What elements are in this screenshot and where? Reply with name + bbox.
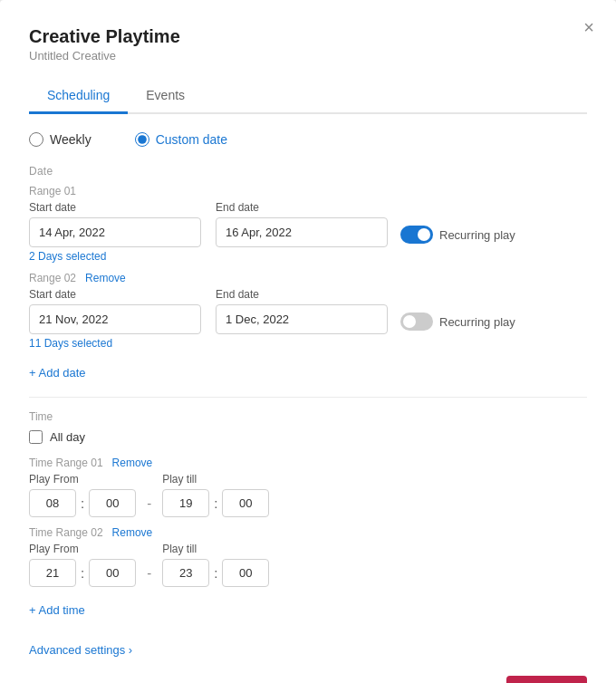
colon-02a: : (78, 565, 87, 581)
add-date-label: + Add date (29, 366, 86, 380)
modal-container: Creative Playtime Untitled Creative × Sc… (0, 0, 616, 683)
recurring-toggle-02[interactable] (400, 313, 433, 331)
close-button[interactable]: × (580, 14, 598, 40)
play-till-label-02: Play till (162, 543, 269, 555)
time-range-02-header: Time Range 02 Remove (29, 526, 587, 539)
radio-weekly[interactable]: Weekly (29, 132, 91, 147)
modal-footer: Cancel Add (0, 658, 616, 683)
play-from-group-02: Play From : (29, 543, 136, 587)
time-dash-01: - (147, 495, 151, 511)
recurring-label-02: Recurring play (439, 315, 515, 329)
toggle-slider-01 (400, 226, 433, 244)
cancel-button[interactable]: Cancel (425, 676, 494, 683)
toggle-group-01: Recurring play (400, 226, 515, 244)
divider (29, 397, 587, 398)
time-range-02-label: Time Range 02 (29, 526, 103, 539)
start-date-group-02: Start date (29, 288, 201, 334)
date-section-label: Date (29, 165, 587, 178)
range-02-label: Range 02 (29, 272, 76, 284)
play-till-fields-02: : (162, 559, 269, 587)
radio-group: Weekly Custom date (29, 132, 587, 147)
play-till-h-01[interactable] (162, 489, 209, 517)
time-range-02-remove[interactable]: Remove (112, 526, 153, 539)
range-02-remove-link[interactable]: Remove (85, 272, 126, 284)
play-till-m-02[interactable] (222, 559, 269, 587)
start-date-label-01: Start date (29, 201, 201, 214)
play-from-h-01[interactable] (29, 489, 76, 517)
play-from-m-02[interactable] (89, 559, 136, 587)
end-date-label-01: End date (216, 201, 388, 214)
start-date-group-01: Start date (29, 201, 201, 247)
play-till-fields-01: : (162, 489, 269, 517)
end-date-field-02: End date (216, 288, 388, 334)
play-till-group-02: Play till : (162, 543, 269, 587)
time-row-02: Play From : - Play till : (29, 543, 587, 587)
play-from-label-02: Play From (29, 543, 136, 555)
recurring-label-01: Recurring play (439, 228, 515, 242)
toggle-group-02: Recurring play (400, 313, 515, 331)
recurring-toggle-01[interactable] (400, 226, 433, 244)
radio-custom-date-label: Custom date (156, 132, 227, 147)
play-till-h-02[interactable] (162, 559, 209, 587)
modal-body: Weekly Custom date Date Range 01 Start d… (0, 114, 616, 658)
end-date-group-02: End date Recurring play (216, 288, 515, 334)
allday-label: All day (50, 430, 85, 444)
modal-header: Creative Playtime Untitled Creative × Sc… (0, 0, 616, 114)
time-section-label: Time (29, 410, 587, 423)
toggle-slider-02 (400, 313, 433, 331)
days-selected-02: 11 Days selected (29, 337, 587, 350)
days-selected-01: 2 Days selected (29, 250, 587, 263)
play-from-group-01: Play From : (29, 473, 136, 517)
play-till-label-01: Play till (162, 473, 269, 486)
end-date-input-02[interactable] (216, 304, 388, 334)
range-01-header: Range 01 (29, 185, 587, 197)
time-range-01-header: Time Range 01 Remove (29, 457, 587, 469)
play-till-m-01[interactable] (222, 489, 269, 517)
date-range-01: Range 01 Start date End date (29, 185, 587, 263)
play-from-h-02[interactable] (29, 559, 76, 587)
end-date-label-02: End date (216, 288, 388, 301)
end-date-input-01[interactable] (216, 217, 388, 247)
play-from-fields-01: : (29, 489, 136, 517)
colon-01b: : (211, 495, 220, 511)
colon-01a: : (78, 495, 87, 511)
date-range-02: Range 02 Remove Start date End date (29, 272, 587, 350)
colon-02b: : (211, 565, 220, 581)
time-range-01-label: Time Range 01 (29, 457, 103, 469)
end-date-group-01: End date Recurring play (216, 201, 515, 247)
date-row-01: Start date End date Recurring play (29, 201, 587, 247)
allday-row: All day (29, 430, 587, 444)
time-row-01: Play From : - Play till : (29, 473, 587, 517)
tab-scheduling[interactable]: Scheduling (29, 79, 128, 114)
modal-title: Creative Playtime (29, 25, 587, 47)
modal-subtitle: Untitled Creative (29, 49, 587, 63)
radio-custom-date-input[interactable] (135, 132, 149, 147)
radio-weekly-input[interactable] (29, 132, 43, 147)
play-from-fields-02: : (29, 559, 136, 587)
play-from-label-01: Play From (29, 473, 136, 486)
time-range-01: Time Range 01 Remove Play From : - Play … (29, 457, 587, 517)
time-range-02: Time Range 02 Remove Play From : - Play … (29, 526, 587, 587)
start-date-input-02[interactable] (29, 304, 201, 334)
date-row-02: Start date End date Recurring play (29, 288, 587, 334)
add-date-button[interactable]: + Add date (29, 366, 86, 380)
range-01-label: Range 01 (29, 185, 76, 197)
add-time-label: + Add time (29, 603, 85, 617)
allday-checkbox[interactable] (29, 430, 43, 444)
start-date-label-02: Start date (29, 288, 201, 301)
tab-events[interactable]: Events (128, 79, 203, 114)
advanced-settings-link[interactable]: Advanced settings › (29, 643, 132, 657)
add-button[interactable]: Add (506, 676, 587, 683)
time-range-01-remove[interactable]: Remove (112, 457, 153, 469)
play-till-group-01: Play till : (162, 473, 269, 517)
play-from-m-01[interactable] (89, 489, 136, 517)
time-dash-02: - (147, 565, 151, 581)
start-date-input-01[interactable] (29, 217, 201, 247)
range-02-header: Range 02 Remove (29, 272, 587, 284)
add-time-button[interactable]: + Add time (29, 603, 85, 617)
tabs-container: Scheduling Events (29, 79, 587, 114)
radio-weekly-label: Weekly (50, 132, 91, 147)
radio-custom-date[interactable]: Custom date (135, 132, 227, 147)
end-date-field-01: End date (216, 201, 388, 247)
